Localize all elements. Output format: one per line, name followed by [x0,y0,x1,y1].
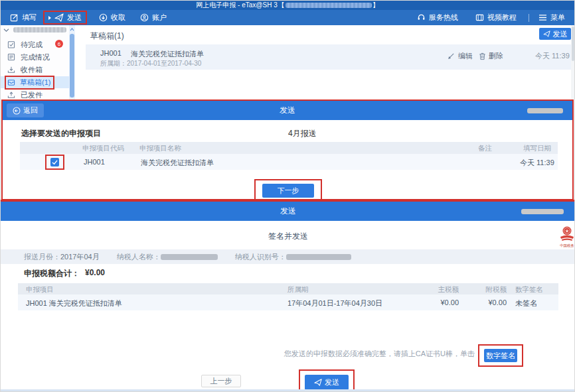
total-tax-value: ¥0.00 [85,268,105,279]
chevron-down-icon [3,28,9,33]
send-panel-title: 发送 [3,101,572,120]
content-scrollbar[interactable] [571,25,575,99]
report-month-label: 报送月份： [24,252,60,262]
nav-hotline[interactable]: 服务热线 [417,13,458,23]
nav-send[interactable]: 发送 [48,13,82,23]
redacted-header-info [521,209,564,214]
window-titlebar: 网上电子申报 - eTax@SH 3 【 】 [1,1,574,10]
nav-fill-label: 填写 [22,13,37,23]
scroll-up-arrow-icon[interactable] [69,25,75,33]
col-item: 申报项目 [26,285,54,294]
nav-send-highlight: 发送 [43,11,87,25]
final-send-button-label: 发送 [325,377,339,387]
send-table-row[interactable]: JH001 海关完税凭证抵扣清单 今天 11:39 [20,154,558,170]
todo-count-badge: 6 [55,40,63,48]
nav-receive-label: 收取 [111,13,125,23]
sidebar-item-sent-label: 已发件 [21,90,42,100]
col-period: 所属期 [288,285,309,294]
digital-sign-button[interactable]: 数字签名 [484,349,517,362]
nav-account[interactable]: 账户 [140,13,167,23]
nav-receive[interactable]: 收取 [99,13,125,23]
sign-panel-header: 发送 [1,202,575,221]
sidebar-item-todo-label: 待完成 [21,40,42,50]
video-tutorial-icon [475,13,484,22]
sidebar-item-inbox[interactable]: 收件箱 [1,64,69,76]
emblem-caption: 中国税务 [559,243,574,248]
previous-button-label: 上一步 [210,376,232,386]
next-button[interactable]: 下一步 [262,184,314,198]
content-scroll-thumb[interactable] [572,27,574,61]
row-checkbox[interactable] [50,158,59,166]
redacted-header-info [527,108,563,113]
row-main-tax: ¥0.00 [412,298,459,306]
sidebar-scroll-thumb[interactable] [70,34,74,98]
redacted-tax-id [286,254,351,260]
sidebar: 待完成 6 完成情况 收件箱 草稿箱(1) [1,25,75,99]
nav-hotline-label: 服务热线 [429,13,458,23]
sidebar-item-progress[interactable]: 完成情况 [1,51,69,63]
drafts-send-button-label: 发送 [553,29,568,39]
nav-video-label: 视频教程 [487,13,517,23]
sign-table-row[interactable]: JH001 海关完税凭证抵扣清单 17年04月01日-17年04月30日 ¥0.… [18,294,558,310]
redacted-taxpayer-name [13,27,66,33]
sign-and-send-title: 签名并发送 [1,231,575,242]
total-tax-row: 申报税额合计： ¥0.00 [24,268,105,279]
nav-menu[interactable]: 菜单 [538,13,565,23]
draft-item-code: JH001 [100,49,122,57]
nav-divider [529,14,529,22]
next-button-highlight: 下一步 [254,179,322,202]
final-send-button[interactable]: 发送 [305,375,349,390]
draft-list-item[interactable]: JH001 海关完税凭证抵扣清单 所属期：2017-04-01至2017-04-… [86,44,571,70]
row-sign-status: 未签名 [515,298,537,308]
drafts-title: 草稿箱(1) [90,31,124,42]
sidebar-item-todo[interactable]: 待完成 6 [1,38,69,50]
draft-item-time: 今天 11:39 [535,51,570,61]
row-sub-tax: ¥0.00 [460,298,507,306]
drafts-box-icon [7,78,15,86]
sign-send-screen: 发送 签名并发送 中国税务 报送月份： 2017年04月 纳税人名称： 纳税人识… [1,202,575,392]
paper-plane-icon [543,31,550,37]
taxpayer-name-label: 纳税人名称： [117,252,161,262]
app-window: 网上电子申报 - eTax@SH 3 【 】 填写 发送 收取 [0,0,575,392]
edit-link[interactable]: 编辑 [448,51,473,61]
delete-link[interactable]: 删除 [479,51,503,61]
sign-table-header: 申报项目 所属期 主税额 附税额 数字签名 [18,283,558,294]
draft-item-period: 所属期：2017-04-01至2017-04-30 [100,59,201,68]
report-info-strip: 报送月份： 2017年04月 纳税人名称： 纳税人识别号： [1,249,575,264]
previous-button[interactable]: 上一步 [201,375,241,387]
sidebar-account-header[interactable] [3,27,66,33]
edit-link-label: 编辑 [458,51,473,61]
col-date: 填写日期 [523,144,551,153]
user-circle-icon [140,13,149,22]
send-button-highlight: 发送 [299,369,355,392]
nav-fill[interactable]: 填写 [10,13,37,23]
nav-send-label: 发送 [67,13,82,23]
report-month-value: 2017年04月 [60,252,100,262]
bracket-open: 【 [278,1,285,10]
clipboard-check-icon [7,40,15,48]
taxid-label: 纳税人识别号： [235,252,286,262]
nav-video[interactable]: 视频教程 [475,13,517,23]
inbox-down-icon [7,66,15,74]
app-title: 网上电子申报 - eTax@SH 3 [196,1,277,10]
sidebar-scrollbar[interactable] [69,25,75,99]
ca-hint-text: 您发送的申报数据必须准确完整，请插上CA证书U棒，单击 [1,349,475,359]
digital-sign-highlight: 数字签名 [478,344,523,367]
select-section-title: 选择要发送的申报项目 [21,128,101,139]
drafts-send-button[interactable]: 发送 [539,28,571,40]
col-sub-tax: 附税额 [460,285,507,294]
sidebar-item-drafts-label: 草稿箱(1) [20,78,50,88]
row-name: 海关完税凭证抵扣清单 [141,158,214,168]
drafts-highlight: 草稿箱(1) [5,76,54,90]
sign-panel-header-title: 发送 [1,202,575,221]
draft-item-name: 海关完税凭证抵扣清单 [131,49,204,59]
checkbox-highlight [45,155,64,170]
sidebar-item-drafts[interactable]: 草稿箱(1) [1,76,69,88]
download-circle-icon [99,13,108,22]
digital-sign-button-label: 数字签名 [486,351,515,361]
send-select-screen: 返回 发送 选择要发送的申报项目 4月报送 申报项目代码 申报项目名称 备注 填… [1,99,574,200]
next-button-label: 下一步 [278,186,299,196]
pencil-icon [448,52,455,60]
redacted-taxpayer-name [161,254,218,260]
row-date: 今天 11:39 [520,158,554,168]
